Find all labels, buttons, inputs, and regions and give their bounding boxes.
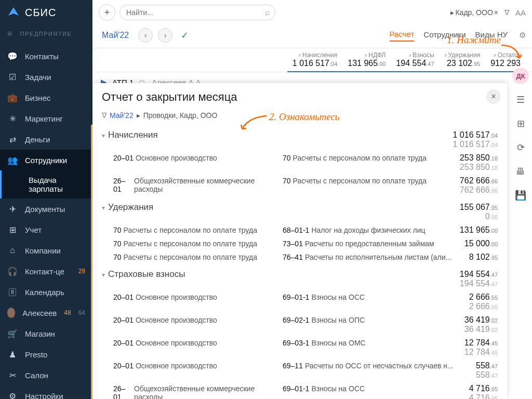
sidebar-item-profile[interactable]: Алексеев4864 bbox=[0, 302, 92, 323]
dk-button[interactable]: ДК bbox=[512, 68, 529, 84]
table-row[interactable]: 20–01 Основное производство 69–11 Расчет… bbox=[102, 359, 498, 382]
org-selector[interactable]: ▸ Кадр, ООО × bbox=[450, 8, 498, 17]
breadcrumb: ∇ Май'22 ▸ Проводки, Кадр, ООО bbox=[92, 109, 507, 125]
summary-contrib[interactable]: ›Взносы 194 554.47 bbox=[391, 51, 439, 72]
period-bar: Май'22 ‹ › ✓ Расчет Сотрудники Виды НУ ⚙ bbox=[92, 25, 532, 48]
send-icon: ✈ bbox=[7, 204, 18, 214]
sidebar-item-calendar[interactable]: 8Календарь bbox=[0, 282, 92, 302]
summary-bar: ›Начисления 1 016 517.04 ›НДФЛ 131 965.0… bbox=[92, 48, 532, 72]
table-row[interactable]: 20–01 Основное производство 69–02-1 Взно… bbox=[102, 313, 498, 336]
top-right: ▸ Кадр, ООО × ∇ AA bbox=[450, 8, 526, 17]
report-overlay: Отчет о закрытии месяца × ∇ Май'22 ▸ Про… bbox=[92, 83, 507, 399]
table-row[interactable]: 20–01 Основное производство 69–03-1 Взно… bbox=[102, 336, 498, 359]
table-row[interactable]: 26–01 Общехозяйственные коммерческие рас… bbox=[102, 382, 498, 399]
summary-withhold[interactable]: ›Удержания 23 102.95 bbox=[440, 51, 486, 72]
chevron-right-icon: › bbox=[299, 51, 301, 59]
next-period-button[interactable]: › bbox=[158, 28, 172, 43]
tasks-icon: ☑ bbox=[7, 72, 18, 82]
filter-icon[interactable]: ∇ bbox=[504, 8, 509, 17]
calendar-icon: 8 bbox=[7, 287, 18, 297]
chevron-right-icon: › bbox=[445, 51, 447, 59]
org-type: ПРЕДПРИЯТИЕ bbox=[20, 31, 72, 37]
prev-period-button[interactable]: ‹ bbox=[138, 28, 153, 43]
avatar-icon bbox=[7, 308, 15, 318]
add-button[interactable]: + bbox=[99, 4, 115, 21]
sidebar-item-companies[interactable]: ⌂Компании bbox=[0, 240, 92, 261]
sidebar-item-documents[interactable]: ✈Документы bbox=[0, 198, 92, 219]
sidebar: СБИС ≡ ПРЕДПРИЯТИЕ 💬Контакты ☑Задачи 💼Би… bbox=[0, 0, 92, 399]
star-icon: ✳ bbox=[7, 113, 18, 124]
breadcrumb-path[interactable]: Проводки, Кадр, ООО bbox=[143, 111, 218, 119]
sidebar-item-presto[interactable]: ♟Presto bbox=[0, 344, 92, 365]
table-row[interactable]: 70 Расчеты с персоналом по оплате труда … bbox=[102, 250, 498, 264]
sidebar-item-tasks[interactable]: ☑Задачи bbox=[0, 66, 92, 87]
chevron-down-icon[interactable]: ▾ bbox=[102, 271, 105, 278]
sidebar-item-contacts[interactable]: 💬Контакты bbox=[0, 46, 92, 66]
table-row[interactable]: 20–01 Основное производство 69–01-1 Взно… bbox=[102, 290, 498, 313]
sidebar-item-payroll[interactable]: Выдача зарплаты bbox=[0, 170, 92, 198]
tab-employees[interactable]: Сотрудники bbox=[423, 30, 466, 41]
sidebar-item-settings[interactable]: ⚙Настройки bbox=[0, 385, 92, 399]
briefcase-icon: 💼 bbox=[7, 92, 18, 103]
gear-icon: ⚙ bbox=[7, 391, 18, 399]
chevron-right-icon: ▸ bbox=[137, 111, 140, 119]
filter-icon[interactable]: ∇ bbox=[102, 111, 107, 119]
sidebar-item-shop[interactable]: 🛒Магазин bbox=[0, 323, 92, 344]
chevron-right-icon: › bbox=[409, 51, 411, 59]
overlay-header: Отчет о закрытии месяца × bbox=[92, 83, 507, 109]
table-row[interactable]: 20–01 Основное производство 70 Расчеты с… bbox=[102, 151, 498, 174]
badge2: 64 bbox=[78, 309, 85, 316]
summary-ndfl[interactable]: ›НДФЛ 131 965.00 bbox=[342, 51, 391, 72]
report-body: ▾ Начисления 1 016 517.04 1 016 517.04 2… bbox=[91, 125, 507, 399]
sidebar-item-employees[interactable]: 👥Сотрудники bbox=[0, 150, 92, 170]
salon-icon: ✂ bbox=[7, 370, 18, 380]
ledger-icon: ⊞ bbox=[7, 224, 18, 235]
presto-icon: ♟ bbox=[7, 349, 18, 360]
sidebar-items: 💬Контакты ☑Задачи 💼Бизнес ✳Маркетинг ⇄Де… bbox=[0, 46, 92, 399]
section-contrib[interactable]: ▾ Страховые взносы 194 554.47 194 554.47 bbox=[102, 264, 498, 290]
gear-icon[interactable]: ⚙ bbox=[519, 31, 526, 40]
headset-icon: 🎧 bbox=[7, 266, 18, 276]
sidebar-item-business[interactable]: 💼Бизнес bbox=[0, 87, 92, 108]
search-input[interactable] bbox=[119, 5, 275, 20]
chevron-right-icon: › bbox=[494, 51, 496, 59]
chat-icon: 💬 bbox=[7, 51, 18, 61]
section-accruals[interactable]: ▾ Начисления 1 016 517.04 1 016 517.04 bbox=[102, 125, 498, 151]
sidebar-item-money[interactable]: ⇄Деньги bbox=[0, 129, 92, 150]
close-button[interactable]: × bbox=[486, 89, 501, 104]
sidebar-item-contact-center[interactable]: 🎧Контакт-це29 bbox=[0, 261, 92, 282]
save-icon[interactable]: 💾 bbox=[512, 187, 529, 204]
brand-name: СБИС bbox=[25, 7, 56, 19]
table-row[interactable]: 26–01 Общехозяйственные коммерческие рас… bbox=[102, 174, 498, 197]
print-icon[interactable]: 🖶 bbox=[512, 163, 529, 180]
search: ⌕ bbox=[119, 5, 275, 20]
section-withhold[interactable]: ▾ Удержания 155 067.95 0.00 bbox=[102, 197, 498, 223]
stack-icon[interactable]: ☰ bbox=[512, 91, 529, 108]
period-label[interactable]: Май'22 bbox=[102, 31, 129, 40]
tab-calc[interactable]: Расчет bbox=[390, 30, 415, 42]
building-icon: ⌂ bbox=[7, 245, 18, 256]
chevron-down-icon[interactable]: ▾ bbox=[102, 132, 105, 139]
chevron-down-icon[interactable]: ▾ bbox=[102, 204, 105, 211]
sidebar-subtitle: ≡ ПРЕДПРИЯТИЕ bbox=[0, 25, 92, 46]
badge: 29 bbox=[78, 268, 85, 275]
check-icon[interactable]: ✓ bbox=[181, 30, 189, 41]
topbar: + ⌕ ▸ Кадр, ООО × ∇ AA bbox=[92, 0, 532, 25]
table-row[interactable]: 70 Расчеты с персоналом по оплате труда … bbox=[102, 223, 498, 237]
chevron-right-icon: › bbox=[365, 51, 367, 59]
tab-nu[interactable]: Виды НУ bbox=[475, 30, 508, 41]
refresh-icon[interactable]: ⟳ bbox=[512, 139, 529, 156]
sidebar-item-salon[interactable]: ✂Салон bbox=[0, 365, 92, 385]
font-size-icon[interactable]: AA bbox=[515, 8, 526, 17]
sidebar-item-accounting[interactable]: ⊞Учет bbox=[0, 219, 92, 240]
right-rail: ДК ☰ ⊞ ⟳ 🖶 💾 bbox=[509, 64, 532, 204]
calculator-icon[interactable]: ⊞ bbox=[512, 115, 529, 132]
table-row[interactable]: 70 Расчеты с персоналом по оплате труда … bbox=[102, 237, 498, 250]
brand-logo-icon bbox=[7, 6, 20, 19]
menu-icon[interactable]: ≡ bbox=[7, 29, 13, 38]
breadcrumb-month[interactable]: Май'22 bbox=[110, 111, 134, 119]
sidebar-item-marketing[interactable]: ✳Маркетинг bbox=[0, 108, 92, 129]
badge: 48 bbox=[64, 309, 71, 316]
search-icon[interactable]: ⌕ bbox=[265, 8, 270, 17]
summary-accruals[interactable]: ›Начисления 1 016 517.04 bbox=[287, 51, 342, 72]
